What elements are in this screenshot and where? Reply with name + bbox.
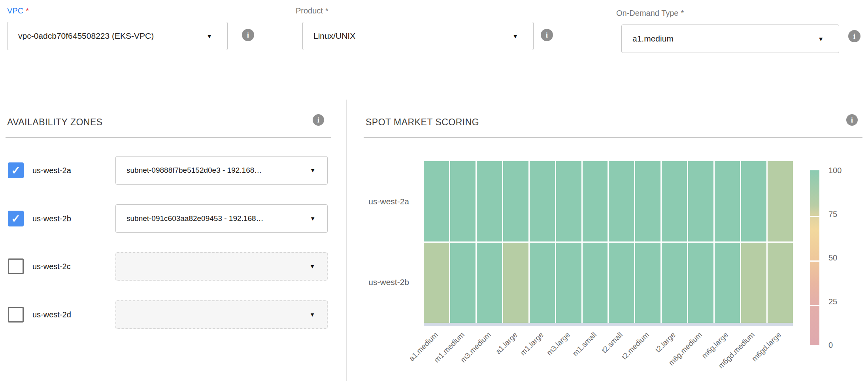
spot-market-scoring-divider xyxy=(364,137,862,138)
spot-score-heatmap xyxy=(424,161,793,323)
availability-zones-divider xyxy=(6,137,331,138)
column-label-a1.large: a1.large xyxy=(470,330,519,379)
heatmap-cell-us-west-2b-t2.small xyxy=(609,243,634,323)
legend-tick-25: 25 xyxy=(828,296,856,307)
heatmap-cell-us-west-2b-m3.medium xyxy=(477,243,502,323)
az-row-us-west-2a: ✓us-west-2asubnet-09888f7be5152d0e3 - 19… xyxy=(8,156,329,185)
az-zone-label: us-west-2a xyxy=(32,156,71,185)
vpc-required-asterisk: * xyxy=(26,6,29,15)
heatmap-cell-us-west-2a-t2.small xyxy=(609,161,634,241)
legend-tick-50: 50 xyxy=(828,253,856,263)
heatmap-cell-us-west-2a-m1.small xyxy=(583,161,608,241)
subnet-select-value: subnet-091c603aa82e09453 - 192.168… xyxy=(116,214,327,223)
heatmap-axis-strip xyxy=(424,323,793,326)
subnet-select-us-west-2c[interactable]: ▼ xyxy=(115,252,328,281)
az-row-us-west-2b: ✓us-west-2bsubnet-091c603aa82e09453 - 19… xyxy=(8,204,329,233)
az-checkbox-us-west-2c[interactable] xyxy=(8,258,24,274)
heatmap-cell-us-west-2a-m6g.medium xyxy=(688,161,713,241)
product-select-value: Linux/UNIX xyxy=(303,31,533,41)
az-checkbox-us-west-2b[interactable]: ✓ xyxy=(8,211,24,226)
az-checkbox-us-west-2d[interactable] xyxy=(8,307,24,323)
heatmap-cell-us-west-2a-m3.large xyxy=(556,161,581,241)
spot-market-scoring-info-icon[interactable]: i xyxy=(846,114,858,126)
panel-divider xyxy=(346,100,347,381)
column-label-m1.small: m1.small xyxy=(549,330,598,379)
on-demand-type-select[interactable]: a1.medium ▼ xyxy=(621,25,839,53)
on-demand-info-icon[interactable]: i xyxy=(848,30,860,42)
az-zone-label: us-west-2d xyxy=(32,300,71,329)
score-color-legend xyxy=(810,170,819,345)
az-zone-label: us-west-2c xyxy=(32,252,71,281)
heatmap-cell-us-west-2a-a1.medium xyxy=(424,161,449,241)
az-checkbox-us-west-2a[interactable]: ✓ xyxy=(8,162,24,178)
heatmap-cell-us-west-2a-m3.medium xyxy=(477,161,502,241)
heatmap-cell-us-west-2b-a1.medium xyxy=(424,243,449,323)
subnet-select-us-west-2d[interactable]: ▼ xyxy=(115,300,328,329)
vpc-label-text: VPC xyxy=(7,6,23,15)
product-label: Product* xyxy=(296,6,328,15)
column-label-t2.small: t2.small xyxy=(576,330,625,379)
chevron-down-icon: ▼ xyxy=(206,33,212,39)
vpc-label: VPC* xyxy=(7,6,29,15)
on-demand-type-select-value: a1.medium xyxy=(622,34,839,43)
heatmap-cell-us-west-2a-m6g.large xyxy=(715,161,740,241)
heatmap-cell-us-west-2b-m3.large xyxy=(556,243,581,323)
availability-zones-title: AVAILABILITY ZONES xyxy=(7,117,103,128)
subnet-select-us-west-2a[interactable]: subnet-09888f7be5152d0e3 - 192.168…▼ xyxy=(115,156,328,185)
az-row-us-west-2d: us-west-2d▼ xyxy=(8,300,329,329)
column-label-m6g.large: m6g.large xyxy=(681,330,730,379)
chevron-down-icon: ▼ xyxy=(818,36,824,42)
legend-tick-0: 0 xyxy=(828,340,856,350)
heatmap-cell-us-west-2b-a1.large xyxy=(503,243,528,323)
row-label-us-west-2b: us-west-2b xyxy=(338,277,409,288)
spot-market-scoring-title: SPOT MARKET SCORING xyxy=(366,117,479,128)
heatmap-cell-us-west-2a-t2.medium xyxy=(635,161,660,241)
product-select[interactable]: Linux/UNIX ▼ xyxy=(302,22,534,50)
heatmap-cell-us-west-2b-m6gd.large xyxy=(768,243,793,323)
heatmap-cell-us-west-2b-m1.small xyxy=(583,243,608,323)
on-demand-required-asterisk: * xyxy=(681,9,684,17)
product-label-text: Product xyxy=(296,6,323,15)
heatmap-cell-us-west-2b-t2.large xyxy=(662,243,687,323)
on-demand-type-label: On-Demand Type* xyxy=(616,9,684,18)
heatmap-cell-us-west-2a-t2.large xyxy=(662,161,687,241)
vpc-select[interactable]: vpc-0adcb70f645508223 (EKS-VPC) ▼ xyxy=(7,22,228,50)
az-row-us-west-2c: us-west-2c▼ xyxy=(8,252,329,281)
legend-tick-75: 75 xyxy=(828,209,856,219)
chevron-down-icon: ▼ xyxy=(309,264,315,269)
heatmap-cell-us-west-2a-a1.large xyxy=(503,161,528,241)
heatmap-cell-us-west-2a-m1.large xyxy=(530,161,555,241)
az-zone-label: us-west-2b xyxy=(32,204,71,233)
subnet-select-value: subnet-09888f7be5152d0e3 - 192.168… xyxy=(116,166,327,175)
on-demand-type-label-text: On-Demand Type xyxy=(616,9,679,17)
heatmap-cell-us-west-2b-m1.large xyxy=(530,243,555,323)
heatmap-cell-us-west-2b-m6gd.medium xyxy=(741,243,766,323)
legend-separator xyxy=(810,260,819,262)
heatmap-cell-us-west-2b-m1.medium xyxy=(450,243,476,323)
legend-separator xyxy=(810,216,819,217)
heatmap-cell-us-west-2a-m6gd.medium xyxy=(741,161,766,241)
chevron-down-icon: ▼ xyxy=(309,312,315,317)
chevron-down-icon: ▼ xyxy=(512,33,518,39)
column-label-a1.medium: a1.medium xyxy=(391,330,440,379)
chevron-down-icon: ▼ xyxy=(310,168,315,173)
column-label-m1.large: m1.large xyxy=(497,330,546,379)
heatmap-cell-us-west-2b-m6g.medium xyxy=(688,243,713,323)
chevron-down-icon: ▼ xyxy=(310,216,315,221)
column-label-m6g.medium: m6g.medium xyxy=(655,330,704,379)
product-info-icon[interactable]: i xyxy=(541,29,553,41)
availability-zones-info-icon[interactable]: i xyxy=(313,114,324,126)
vpc-info-icon[interactable]: i xyxy=(242,29,254,41)
heatmap-cell-us-west-2a-m6gd.large xyxy=(768,161,793,241)
heatmap-cell-us-west-2b-m6g.large xyxy=(715,243,740,323)
subnet-select-us-west-2b[interactable]: subnet-091c603aa82e09453 - 192.168…▼ xyxy=(115,204,328,233)
legend-separator xyxy=(810,305,819,306)
column-label-m6gd.large: m6gd.large xyxy=(734,330,783,379)
row-label-us-west-2a: us-west-2a xyxy=(338,196,409,207)
heatmap-cell-us-west-2b-t2.medium xyxy=(635,243,660,323)
heatmap-cell-us-west-2a-m1.medium xyxy=(450,161,476,241)
spot-configuration-page: VPC* vpc-0adcb70f645508223 (EKS-VPC) ▼ i… xyxy=(0,0,868,381)
vpc-select-value: vpc-0adcb70f645508223 (EKS-VPC) xyxy=(8,31,227,41)
legend-tick-100: 100 xyxy=(828,165,856,175)
product-required-asterisk: * xyxy=(325,6,328,15)
